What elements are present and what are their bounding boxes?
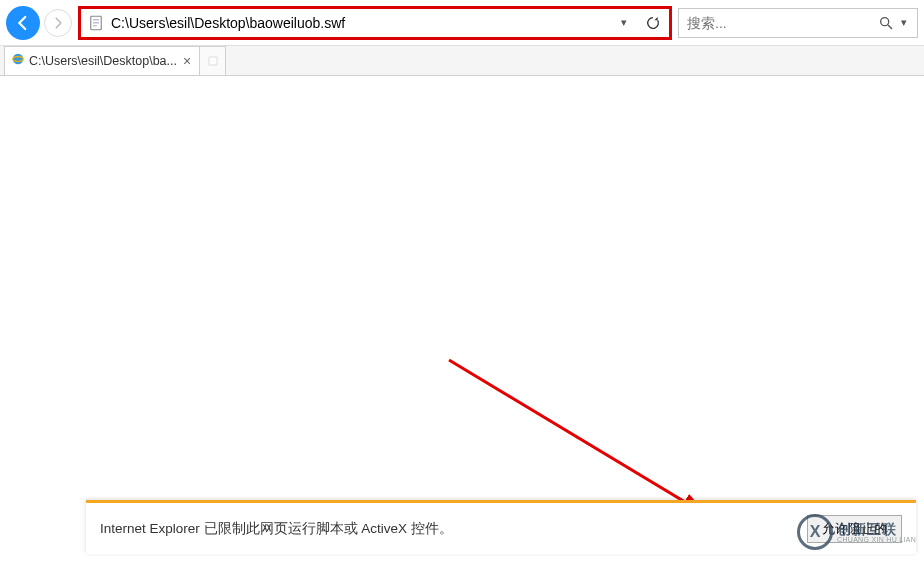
svg-point-6 — [13, 54, 24, 65]
magnifier-icon — [878, 15, 894, 31]
arrow-right-icon — [51, 16, 65, 30]
tab-label: C:\Users\esil\Desktop\ba... — [29, 54, 177, 68]
address-dropdown-icon[interactable]: ▾ — [621, 16, 635, 29]
new-tab-button[interactable] — [200, 46, 226, 75]
watermark-en: CHUANG XIN HU LIAN — [837, 536, 916, 543]
search-box[interactable]: ▾ — [678, 8, 918, 38]
tab-active[interactable]: C:\Users\esil\Desktop\ba... × — [4, 46, 200, 75]
search-button[interactable] — [870, 9, 901, 37]
info-bar-message: Internet Explorer 已限制此网页运行脚本或 ActiveX 控件… — [100, 520, 795, 538]
blank-tab-icon — [207, 55, 219, 67]
svg-rect-3 — [93, 25, 97, 26]
forward-button — [44, 9, 72, 37]
browser-toolbar: ▾ ▾ — [0, 0, 924, 46]
search-input[interactable] — [679, 15, 870, 31]
address-bar[interactable]: ▾ — [78, 6, 672, 40]
arrow-left-icon — [14, 14, 32, 32]
back-button[interactable] — [6, 6, 40, 40]
watermark-glyph: X — [797, 514, 833, 550]
file-icon — [87, 14, 105, 32]
svg-line-5 — [888, 25, 892, 29]
watermark-cn: 创新互联 — [837, 522, 916, 536]
ie-icon — [11, 52, 25, 70]
watermark-logo: X 创新互联 CHUANG XIN HU LIAN — [797, 514, 916, 550]
svg-line-9 — [449, 360, 705, 514]
page-content: Internet Explorer 已限制此网页运行脚本或 ActiveX 控件… — [0, 76, 924, 562]
refresh-button[interactable] — [639, 9, 667, 37]
activex-info-bar: Internet Explorer 已限制此网页运行脚本或 ActiveX 控件… — [86, 500, 916, 554]
svg-rect-1 — [93, 19, 99, 20]
svg-rect-2 — [93, 22, 99, 23]
address-input[interactable] — [111, 15, 617, 31]
search-dropdown-icon[interactable]: ▾ — [901, 16, 913, 29]
tabs-bar: C:\Users\esil\Desktop\ba... × — [0, 46, 924, 76]
refresh-icon — [645, 15, 661, 31]
svg-point-4 — [880, 17, 888, 25]
tab-close-button[interactable]: × — [181, 53, 193, 69]
svg-rect-8 — [209, 57, 217, 65]
